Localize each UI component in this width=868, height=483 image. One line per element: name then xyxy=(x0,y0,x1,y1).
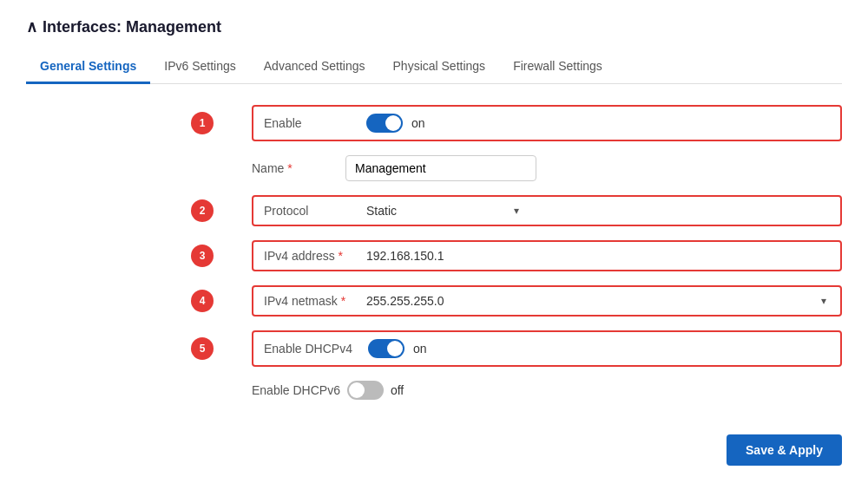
name-row: Name * xyxy=(26,155,842,181)
ipv4-address-input[interactable] xyxy=(366,249,557,263)
enable-dhcpv4-row: 5 Enable DHCPv4 on xyxy=(26,330,842,367)
ipv4-netmask-row: 4 IPv4 netmask * 255.255.255.0 255.255.0… xyxy=(26,285,842,317)
name-required: * xyxy=(287,161,292,175)
save-apply-button[interactable]: Save & Apply xyxy=(727,434,842,466)
enable-row: 1 Enable on xyxy=(26,105,842,141)
enable-toggle[interactable] xyxy=(366,114,403,133)
ipv4-netmask-label: IPv4 netmask * xyxy=(264,294,351,308)
tab-firewall-settings[interactable]: Firewall Settings xyxy=(499,50,616,84)
tab-advanced-settings[interactable]: Advanced Settings xyxy=(250,50,379,84)
enable-dhcpv4-toggle[interactable] xyxy=(368,339,404,358)
enable-label: Enable xyxy=(264,116,351,130)
netmask-select-wrapper[interactable]: 255.255.255.0 255.255.0.0 255.0.0.0 ▾ xyxy=(366,294,830,308)
enable-dhcpv6-row: Enable DHCPv6 off xyxy=(26,381,842,400)
ipv4-address-row: 3 IPv4 address * xyxy=(26,240,842,271)
content-area: 1 Enable on xyxy=(26,84,842,466)
name-label: Name * xyxy=(252,161,339,175)
protocol-row: 2 Protocol Static DHCP PPPoE ▾ xyxy=(26,195,842,226)
enable-dhcpv4-state-label: on xyxy=(413,342,427,356)
enable-dhcpv4-box: Enable DHCPv4 on xyxy=(252,330,842,367)
chevron-icon: ∧ xyxy=(26,17,37,36)
tabs-bar: General Settings IPv6 Settings Advanced … xyxy=(26,50,842,84)
protocol-select-wrapper[interactable]: Static DHCP PPPoE ▾ xyxy=(366,204,523,218)
netmask-select[interactable]: 255.255.255.0 255.255.0.0 255.0.0.0 xyxy=(366,294,540,308)
enable-dhcpv4-label: Enable DHCPv4 xyxy=(264,342,352,356)
enable-dhcpv6-state-label: off xyxy=(391,383,404,397)
step-badge-3: 3 xyxy=(191,245,214,267)
ipv4-netmask-box: IPv4 netmask * 255.255.255.0 255.255.0.0… xyxy=(252,285,842,317)
netmask-required: * xyxy=(341,294,345,308)
enable-dhcpv6-label: Enable DHCPv6 xyxy=(252,383,340,397)
enable-state-label: on xyxy=(411,116,425,130)
protocol-select[interactable]: Static DHCP PPPoE xyxy=(366,204,523,218)
step-badge-1: 1 xyxy=(191,112,214,134)
enable-dhcpv6-toggle[interactable] xyxy=(347,381,384,400)
tab-physical-settings[interactable]: Physical Settings xyxy=(379,50,500,84)
step-badge-4: 4 xyxy=(191,290,214,312)
tab-ipv6-settings[interactable]: IPv6 Settings xyxy=(150,50,250,84)
protocol-label: Protocol xyxy=(264,204,351,218)
enable-box: Enable on xyxy=(252,105,842,141)
page-title: ∧ Interfaces: Management xyxy=(26,17,842,36)
step-badge-2: 2 xyxy=(191,199,214,222)
name-input[interactable] xyxy=(345,155,536,181)
step-badge-5: 5 xyxy=(191,337,214,360)
ipv4-required: * xyxy=(339,249,343,263)
protocol-box: Protocol Static DHCP PPPoE ▾ xyxy=(252,195,842,226)
tab-general-settings[interactable]: General Settings xyxy=(26,50,150,84)
netmask-chevron-down-icon: ▾ xyxy=(821,295,826,307)
ipv4-address-label: IPv4 address * xyxy=(264,249,351,263)
ipv4-address-box: IPv4 address * xyxy=(252,240,842,271)
